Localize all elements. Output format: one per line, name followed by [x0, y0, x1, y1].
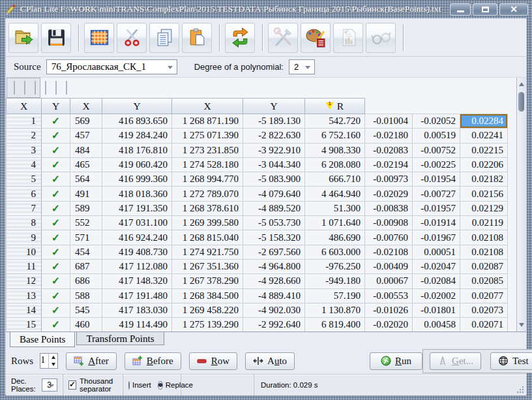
source-y-cell[interactable]: 1 268 871.190 [172, 114, 243, 129]
used-check-cell[interactable]: ✓ [42, 230, 70, 245]
target-y-cell[interactable]: 4 908.330 [305, 143, 365, 157]
row-number-cell[interactable]: 13 [7, 288, 42, 303]
source-y-cell[interactable]: 1 267 351.360 [172, 259, 243, 273]
table-row[interactable]: 15 ✓ 460 419 114.490 1 275 139.290 -2 99… [7, 318, 508, 332]
title-bar[interactable]: CPlan Lite F:\WORK\miniTRANS\ComplexPlan… [0, 0, 532, 18]
target-x-cell[interactable]: -4 964.800 [243, 259, 305, 273]
residual-x-cell[interactable]: 0.00067 [365, 274, 413, 288]
residual-r-cell[interactable]: 0.02284 [460, 114, 508, 129]
stepper-up-icon[interactable] [49, 354, 57, 361]
insert-after-button[interactable]: After [66, 352, 117, 370]
used-check-cell[interactable]: ✓ [42, 129, 70, 143]
source-x-cell[interactable]: 417 148.320 [102, 274, 172, 288]
residual-r-cell[interactable]: 0.02108 [460, 245, 508, 259]
name-cell[interactable]: 545 [70, 303, 102, 317]
residual-x-cell[interactable]: -0.02029 [365, 187, 413, 201]
name-cell[interactable]: 457 [70, 129, 102, 143]
used-check-cell[interactable]: ✓ [42, 288, 70, 303]
target-y-cell[interactable]: -949.180 [305, 274, 365, 288]
name-cell[interactable]: 588 [70, 288, 102, 303]
name-cell[interactable]: 687 [70, 259, 102, 273]
residual-y-cell[interactable]: -0.01967 [413, 230, 460, 245]
refresh-button[interactable] [225, 23, 255, 53]
insert-radio[interactable] [128, 381, 130, 390]
residual-r-cell[interactable]: 0.02182 [460, 172, 508, 187]
copy-button[interactable] [149, 23, 179, 53]
residual-r-cell[interactable]: 0.02241 [460, 129, 508, 143]
used-check-cell[interactable]: ✓ [42, 114, 70, 129]
table-row[interactable]: 3 ✓ 484 418 176.810 1 273 231.850 -3 922… [7, 143, 508, 157]
used-check-cell[interactable]: ✓ [42, 157, 70, 172]
row-number-cell[interactable]: 15 [7, 318, 42, 332]
row-number-cell[interactable]: 7 [7, 201, 42, 215]
residual-y-cell[interactable]: -0.02002 [413, 288, 460, 303]
name-cell[interactable]: 484 [70, 143, 102, 157]
residual-x-cell[interactable]: -0.02108 [365, 245, 413, 259]
table-row[interactable]: 7 ✓ 589 417 191.350 1 268 378.610 -4 889… [7, 201, 508, 215]
source-y-cell[interactable]: 1 269 399.580 [172, 216, 243, 230]
residual-y-cell[interactable]: -0.01801 [413, 303, 460, 317]
paste-button[interactable] [182, 23, 212, 53]
source-x-cell[interactable]: 417 031.100 [102, 216, 172, 230]
source-y-cell[interactable]: 1 268 378.610 [172, 201, 243, 215]
residual-y-cell[interactable]: -0.02047 [413, 259, 460, 273]
residual-r-cell[interactable]: 0.02206 [460, 157, 508, 172]
cut-button[interactable] [117, 23, 147, 53]
degree-combobox[interactable]: 2 [289, 59, 315, 74]
residual-x-cell[interactable]: -0.02083 [365, 143, 413, 157]
save-button[interactable] [41, 23, 71, 53]
target-y-cell[interactable]: 542.720 [305, 114, 365, 129]
residual-r-cell[interactable]: 0.02156 [460, 187, 508, 201]
table-row[interactable]: 9 ✓ 571 416 924.240 1 268 815.040 -5 158… [7, 230, 508, 245]
residual-x-cell[interactable]: -0.02180 [365, 129, 413, 143]
table-row[interactable]: 11 ✓ 687 417 112.080 1 267 351.360 -4 96… [7, 259, 508, 273]
residual-r-cell[interactable]: 0.02077 [460, 288, 508, 303]
target-y-cell[interactable]: 1 071.640 [305, 216, 365, 230]
target-x-cell[interactable]: -5 158.320 [243, 230, 305, 245]
table-row[interactable]: 5 ✓ 564 416 999.360 1 268 994.770 -5 083… [7, 172, 508, 187]
row-number-cell[interactable]: 10 [7, 245, 42, 259]
residual-r-cell[interactable]: 0.02085 [460, 274, 508, 288]
col-header-used[interactable]: Used [24, 81, 25, 95]
target-y-cell[interactable]: 51.300 [305, 201, 365, 215]
table-row[interactable]: 6 ✓ 491 418 018.360 1 272 789.070 -4 079… [7, 187, 508, 201]
used-check-cell[interactable]: ✓ [42, 274, 70, 288]
target-x-cell[interactable]: -3 922.910 [243, 143, 305, 157]
table-row[interactable]: 2 ✓ 457 419 284.240 1 275 071.390 -2 822… [7, 129, 508, 143]
open-file-button[interactable] [8, 23, 38, 53]
residual-y-cell[interactable]: -0.01954 [413, 172, 460, 187]
residual-x-cell[interactable]: -0.00908 [365, 216, 413, 230]
maximize-button[interactable] [473, 3, 497, 16]
col-header-residual-r[interactable]: 1 R [305, 99, 365, 114]
col-header-index[interactable]: # [14, 81, 15, 95]
target-y-cell[interactable]: 6 603.000 [305, 245, 365, 259]
residual-x-cell[interactable]: -0.00973 [365, 172, 413, 187]
residual-x-cell[interactable]: -0.01004 [365, 114, 413, 129]
residual-y-cell[interactable]: -0.01914 [413, 216, 460, 230]
target-x-cell[interactable]: -4 902.030 [243, 303, 305, 317]
source-x-cell[interactable]: 418 018.360 [102, 187, 172, 201]
residual-r-cell[interactable]: 0.02215 [460, 143, 508, 157]
used-check-cell[interactable]: ✓ [42, 245, 70, 259]
table-row[interactable]: 10 ✓ 454 419 408.730 1 274 921.750 -2 69… [7, 245, 508, 259]
row-number-cell[interactable]: 5 [7, 172, 42, 187]
source-y-cell[interactable]: 1 268 994.770 [172, 172, 243, 187]
residual-x-cell[interactable]: -0.00409 [365, 259, 413, 273]
target-x-cell[interactable]: -4 928.660 [243, 274, 305, 288]
source-x-cell[interactable]: 418 176.810 [102, 143, 172, 157]
source-x-cell[interactable]: 419 060.420 [102, 157, 172, 172]
target-x-cell[interactable]: -5 053.730 [243, 216, 305, 230]
view-button[interactable] [366, 23, 396, 53]
row-number-cell[interactable]: 11 [7, 259, 42, 273]
target-x-cell[interactable]: -2 697.560 [243, 245, 305, 259]
residual-x-cell[interactable]: -0.00760 [365, 230, 413, 245]
tab-base-points[interactable]: Base Points [10, 332, 75, 347]
name-cell[interactable]: 491 [70, 187, 102, 201]
residual-y-cell[interactable]: -0.02084 [413, 274, 460, 288]
target-x-cell[interactable]: -4 889.410 [243, 288, 305, 303]
residual-x-cell[interactable]: -0.02194 [365, 157, 413, 172]
col-header-source-y[interactable]: Y [42, 99, 70, 114]
table-row[interactable]: 4 ✓ 465 419 060.420 1 274 528.180 -3 044… [7, 157, 508, 172]
residual-y-cell[interactable]: -0.00727 [413, 187, 460, 201]
thousand-separator-checkbox[interactable]: ✓ [68, 380, 76, 390]
